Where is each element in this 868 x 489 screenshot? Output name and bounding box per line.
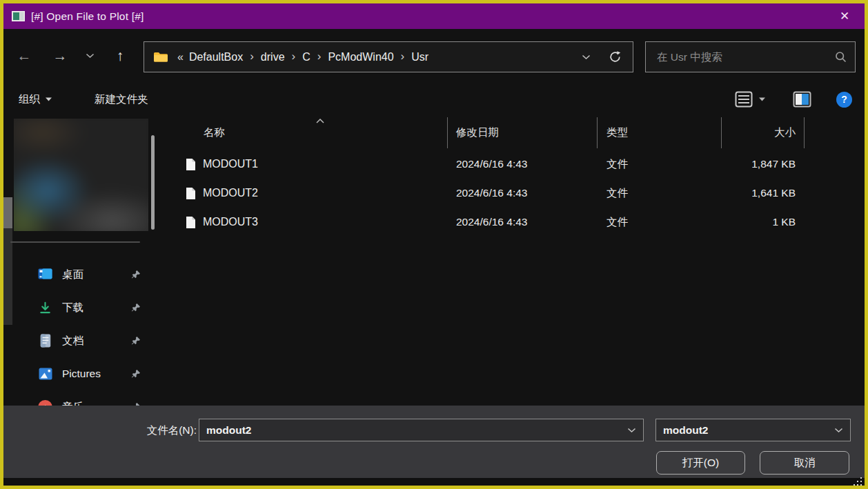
column-header-name[interactable]: 名称 [166, 117, 447, 148]
column-header-size[interactable]: 大小 [721, 117, 804, 148]
sidebar-item-label: Pictures [62, 368, 101, 380]
chevron-down-icon[interactable] [627, 428, 636, 433]
recent-locations-chevron-icon[interactable] [79, 50, 100, 61]
view-dropdown-caret-icon [759, 97, 765, 101]
change-view-button[interactable] [731, 88, 769, 110]
breadcrumb-separator-icon[interactable]: › [250, 50, 254, 63]
help-glyph: ? [841, 94, 847, 105]
organize-menu-button[interactable]: 组织 [19, 92, 52, 107]
sidebar-item-label: 桌面 [62, 268, 83, 282]
filetype-combobox[interactable] [655, 419, 851, 441]
file-name: MODOUT1 [203, 158, 258, 170]
file-type: 文件 [597, 186, 721, 201]
table-row[interactable]: MODOUT1 2024/6/16 4:43 文件 1,847 KB [166, 150, 865, 179]
sidebar-item-desktop[interactable]: 桌面 [3, 258, 164, 291]
file-type: 文件 [597, 157, 721, 172]
navigation-pane: 桌面 下载 [3, 117, 164, 409]
help-button[interactable]: ? [836, 92, 852, 108]
column-header-extra [804, 117, 865, 148]
breadcrumb-separator-icon[interactable]: › [317, 50, 322, 63]
breadcrumb-item-usr[interactable]: Usr [411, 51, 428, 63]
document-icon [38, 334, 52, 348]
file-name: MODOUT3 [203, 216, 258, 228]
up-button[interactable]: ↑ [108, 46, 132, 66]
open-file-dialog: [#] Open File to Plot [#] ✕ ← → ↑ « Defa… [0, 0, 868, 489]
filename-label: 文件名(N): [107, 419, 197, 441]
file-icon [186, 158, 196, 171]
sort-ascending-icon [316, 119, 324, 123]
navigation-bar: ← → ↑ « DefaultBox › drive › C › PcModWi… [3, 29, 865, 81]
breadcrumb-item-defaultbox[interactable]: DefaultBox [189, 51, 243, 63]
search-box[interactable] [645, 41, 856, 72]
sidebar-item-documents[interactable]: 文档 [3, 324, 164, 357]
column-header-type[interactable]: 类型 [597, 117, 721, 148]
file-date: 2024/6/16 4:43 [447, 158, 597, 170]
breadcrumb-item-c[interactable]: C [302, 51, 310, 63]
organize-caret-icon [46, 97, 52, 101]
command-bar: 组织 新建文件夹 [3, 81, 865, 117]
table-row[interactable]: MODOUT3 2024/6/16 4:43 文件 1 KB [166, 208, 865, 237]
preview-pane-button[interactable] [789, 88, 816, 110]
breadcrumb-separator-icon[interactable]: › [401, 50, 405, 63]
resize-grip[interactable] [853, 477, 862, 486]
sidebar-scrollbar[interactable] [151, 135, 155, 230]
file-size: 1,847 KB [721, 158, 804, 170]
filetype-input[interactable] [656, 424, 830, 437]
file-type: 文件 [597, 215, 721, 230]
app-window-icon [12, 11, 25, 21]
file-size: 1,641 KB [721, 187, 804, 199]
search-input[interactable] [655, 50, 835, 64]
list-header: 名称 修改日期 类型 大小 [166, 117, 865, 148]
column-header-date[interactable]: 修改日期 [447, 117, 597, 148]
forward-button[interactable]: → [48, 46, 72, 66]
dialog-footer: 文件名(N): 打开(O) 取消 [3, 406, 865, 478]
back-button[interactable]: ← [12, 46, 37, 66]
window-title: [#] Open File to Plot [#] [31, 10, 144, 23]
refresh-icon[interactable] [609, 50, 622, 63]
file-date: 2024/6/16 4:43 [447, 216, 597, 228]
chevron-down-icon[interactable] [834, 428, 843, 433]
file-icon [186, 216, 196, 229]
pin-icon [131, 369, 141, 379]
breadcrumb-overflow-chevron[interactable]: « [177, 51, 184, 63]
table-row[interactable]: MODOUT2 2024/6/16 4:43 文件 1,641 KB [166, 179, 865, 208]
pictures-icon [38, 367, 52, 381]
new-folder-label: 新建文件夹 [95, 92, 148, 107]
sidebar-item-downloads[interactable]: 下载 [3, 291, 164, 324]
filename-input[interactable] [199, 424, 623, 437]
sidebar-item-label: 下载 [62, 301, 83, 315]
close-icon[interactable]: ✕ [833, 6, 856, 27]
pin-icon [131, 336, 141, 346]
background-artifact [3, 197, 12, 228]
column-label: 大小 [774, 126, 796, 140]
sidebar-item-pictures[interactable]: Pictures [3, 357, 164, 390]
open-button-label: 打开(O) [682, 456, 719, 470]
filename-combobox[interactable] [199, 419, 644, 441]
address-dropdown-chevron-icon[interactable] [582, 54, 591, 60]
search-icon[interactable] [835, 51, 847, 63]
cancel-button[interactable]: 取消 [760, 451, 849, 475]
cancel-button-label: 取消 [794, 456, 816, 470]
column-label: 类型 [606, 126, 628, 140]
file-name: MODOUT2 [203, 187, 258, 199]
file-date: 2024/6/16 4:43 [447, 187, 597, 199]
breadcrumb-item-drive[interactable]: drive [261, 51, 285, 63]
pin-icon [131, 303, 141, 312]
sidebar-divider [10, 241, 140, 243]
address-bar[interactable]: « DefaultBox › drive › C › PcModWin40 › … [144, 41, 633, 72]
organize-label: 组织 [19, 92, 40, 107]
file-icon [186, 187, 196, 200]
breadcrumb-separator-icon[interactable]: › [292, 50, 296, 63]
quick-access-list: 桌面 下载 [3, 258, 164, 423]
details-view-icon [735, 91, 753, 108]
breadcrumb-item-pcmodwin40[interactable]: PcModWin40 [328, 51, 393, 63]
sidebar-item-label: 文档 [62, 334, 83, 348]
title-bar[interactable]: [#] Open File to Plot [#] ✕ [3, 3, 865, 29]
new-folder-button[interactable]: 新建文件夹 [95, 92, 148, 107]
column-label: 名称 [204, 126, 225, 140]
file-size: 1 KB [721, 216, 804, 228]
preview-pane-icon [793, 91, 811, 108]
file-list-pane: 名称 修改日期 类型 大小 MODOUT1 2024/6/16 4:43 [164, 117, 865, 409]
preview-thumbnail [14, 119, 148, 231]
open-button[interactable]: 打开(O) [656, 451, 745, 475]
